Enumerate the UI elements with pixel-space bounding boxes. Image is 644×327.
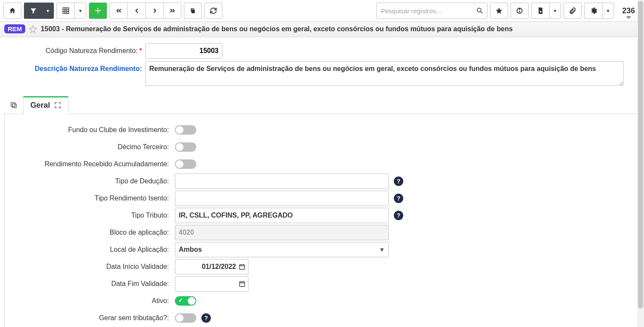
export-button[interactable]	[531, 3, 549, 19]
data-fim-field[interactable]	[175, 276, 248, 292]
refresh-button[interactable]	[204, 3, 222, 19]
history-button[interactable]	[511, 3, 529, 19]
first-button[interactable]	[109, 3, 127, 19]
svg-rect-11	[11, 103, 15, 106]
nav-button-group	[109, 3, 181, 19]
tipo-isento-input[interactable]	[175, 191, 389, 206]
codigo-input[interactable]	[145, 43, 222, 59]
codigo-label: Código Natureza Rendimento:*	[4, 43, 145, 59]
required-indicator: *	[139, 47, 142, 54]
attachments-button[interactable]	[564, 3, 582, 19]
tipo-deducao-help[interactable]: ?	[394, 177, 403, 186]
record-count-value: 236	[622, 6, 635, 15]
tipo-tributo-label: Tipo Tributo:	[12, 212, 175, 219]
module-badge: REM	[4, 24, 25, 33]
calendar-icon[interactable]	[239, 263, 245, 270]
copy-tab-button[interactable]	[4, 96, 23, 114]
header-fields: Código Natureza Rendimento:* Descrição N…	[0, 37, 644, 91]
chevron-down-icon: ▼	[379, 246, 385, 253]
filter-dropdown-button[interactable]: ▼	[42, 3, 54, 19]
svg-point-5	[477, 8, 481, 12]
export-button-group: ▼	[531, 3, 561, 19]
search-icon	[476, 7, 484, 15]
plus-icon	[94, 7, 102, 15]
tipo-isento-help[interactable]: ?	[394, 194, 403, 203]
chevron-down-icon: ▼	[553, 9, 557, 13]
svg-line-6	[481, 12, 482, 13]
search-input[interactable]	[380, 7, 476, 15]
duplicate-button[interactable]	[184, 3, 202, 19]
svg-rect-16	[239, 282, 245, 286]
ativo-toggle[interactable]: ✓	[175, 296, 196, 306]
settings-dropdown-button[interactable]: ▼	[602, 3, 614, 19]
chevrons-left-icon	[115, 7, 123, 15]
data-fim-label: Data Fim Validade:	[12, 280, 175, 288]
decimo-toggle[interactable]	[175, 142, 196, 152]
tipo-tributo-input[interactable]	[175, 208, 389, 223]
settings-button[interactable]	[584, 3, 602, 19]
local-select-value: Ambos	[179, 246, 202, 253]
chevrons-right-icon	[168, 7, 176, 15]
ativo-label: Ativo:	[12, 297, 175, 305]
descricao-label[interactable]: Descrição Natureza Rendimento:	[4, 61, 145, 77]
grid-view-button[interactable]	[56, 3, 74, 19]
local-select[interactable]: Ambos ▼	[175, 242, 389, 257]
check-icon: ✓	[178, 297, 183, 303]
tipo-isento-label: Tipo Rendimento Isento:	[12, 194, 175, 202]
tab-strip: Geral	[4, 96, 640, 114]
data-inicio-field[interactable]: 01/12/2022	[175, 259, 248, 274]
chevron-left-icon	[133, 7, 141, 15]
vertical-scrollbar[interactable]	[637, 0, 644, 327]
tab-body: Fundo ou Clube de Investimento: Décimo T…	[4, 114, 640, 327]
record-header-bar: REM 15003 - Remuneração de Serviços de a…	[0, 21, 644, 37]
refresh-icon	[210, 7, 217, 15]
local-label: Local de Aplicação:	[12, 246, 175, 253]
bloco-input	[175, 225, 389, 240]
chevron-down-icon: ▼	[78, 9, 83, 13]
tab-geral[interactable]: Geral	[23, 96, 68, 114]
svg-point-8	[519, 9, 520, 10]
grid-dropdown-button[interactable]: ▼	[74, 3, 86, 19]
tipo-tributo-help[interactable]: ?	[394, 211, 403, 220]
tab-area: Geral Fundo ou Clube de Investimento: Dé…	[0, 96, 644, 327]
gerar-help[interactable]: ?	[201, 313, 211, 323]
chevron-right-icon	[151, 7, 159, 15]
export-dropdown-button[interactable]: ▼	[549, 3, 561, 19]
copy-icon	[10, 101, 18, 109]
svg-rect-0	[63, 8, 69, 14]
rra-toggle[interactable]	[175, 159, 196, 169]
favorite-button[interactable]	[490, 3, 508, 19]
chevron-down-icon: ▼	[46, 9, 50, 13]
favorite-toggle[interactable]	[29, 25, 37, 33]
last-button[interactable]	[163, 3, 181, 19]
gerar-toggle[interactable]	[175, 313, 196, 323]
funnel-icon	[30, 7, 37, 15]
decimo-label: Décimo Terceiro:	[12, 143, 175, 151]
file-export-icon	[537, 7, 544, 15]
star-icon	[495, 7, 503, 15]
gerar-label: Gerar sem tributação?:	[12, 314, 175, 322]
settings-button-group: ▼	[584, 3, 614, 19]
rra-label: Rendimento Recebido Acumuladamente:	[12, 160, 175, 168]
descricao-textarea[interactable]: Remuneração de Serviços de administração…	[145, 61, 623, 86]
data-inicio-value: 01/12/2022	[179, 263, 239, 271]
tab-geral-label: Geral	[30, 101, 50, 110]
fundo-label: Fundo ou Clube de Investimento:	[12, 126, 175, 134]
record-title: 15003 - Remuneração de Serviços de admin…	[41, 25, 512, 33]
tipo-deducao-input[interactable]	[175, 174, 389, 189]
calendar-icon[interactable]	[239, 280, 245, 287]
expand-icon[interactable]	[54, 102, 61, 109]
next-button[interactable]	[145, 3, 163, 19]
bloco-label: Bloco de aplicação:	[12, 229, 175, 236]
filter-button[interactable]	[24, 3, 42, 19]
paperclip-icon	[569, 7, 576, 15]
filter-button-group: ▼	[24, 3, 54, 19]
fundo-toggle[interactable]	[175, 125, 196, 135]
search-field[interactable]	[376, 3, 487, 19]
home-icon	[9, 7, 16, 15]
add-button[interactable]	[89, 3, 107, 19]
home-button[interactable]	[3, 3, 21, 19]
prev-button[interactable]	[127, 3, 145, 19]
data-inicio-label: Data Início Validade:	[12, 263, 175, 271]
scrollbar-thumb[interactable]	[638, 1, 643, 309]
